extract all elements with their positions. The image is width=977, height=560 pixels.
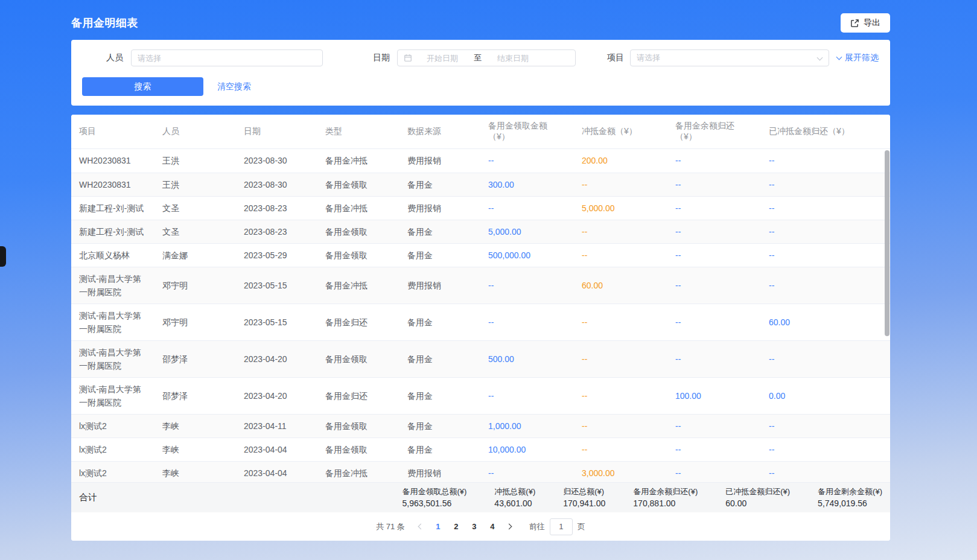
cell-date: 2023-08-30	[236, 173, 317, 196]
expand-filters-link[interactable]: 展开筛选	[837, 52, 879, 63]
cell-date: 2023-08-23	[236, 220, 317, 243]
previous-page-button[interactable]	[413, 518, 429, 535]
cell-offset_return: --	[761, 220, 890, 243]
table-row: WH20230831王洪2023-08-30备用金冲抵费用报销--200.00-…	[71, 149, 890, 173]
topbar: 备用金明细表 导出	[71, 0, 890, 40]
cell-person: 文圣	[154, 196, 236, 220]
cell-type: 备用金归还	[317, 304, 399, 340]
cell-type: 备用金冲抵	[317, 196, 399, 220]
cell-offset: --	[574, 304, 667, 340]
cell-date: 2023-05-15	[236, 267, 317, 304]
cell-project: lx测试2	[71, 438, 154, 461]
cell-offset_return: --	[761, 149, 890, 173]
end-date-input[interactable]	[485, 54, 541, 63]
cell-person: 李峡	[154, 414, 236, 438]
project-select[interactable]: 请选择	[630, 49, 829, 66]
table-scrollbar-thumb[interactable]	[885, 150, 889, 336]
cell-type: 备用金领取	[317, 220, 399, 243]
table-row: 测试-南昌大学第一附属医院邵梦泽2023-04-20备用金归还备用金----10…	[71, 377, 890, 414]
chevron-right-icon	[506, 524, 512, 530]
cell-balance_return: --	[667, 340, 761, 377]
summary-item-value: 170,881.00	[633, 498, 698, 509]
start-date-input[interactable]	[415, 54, 470, 63]
cell-date: 2023-04-20	[236, 340, 317, 377]
calendar-icon	[404, 54, 412, 62]
column-header-project: 项目	[71, 115, 154, 149]
cell-offset: 3,000.00	[574, 461, 667, 482]
cell-project: WH20230831	[71, 149, 154, 173]
date-range-picker[interactable]: 至	[397, 49, 576, 66]
cell-type: 备用金领取	[317, 243, 399, 267]
summary-item-value: 43,601.00	[494, 498, 535, 509]
table-row: lx测试2李峡2023-04-04备用金领取备用金10,000.00------	[71, 438, 890, 461]
summary-item-value: 5,963,501.56	[402, 498, 466, 509]
chevron-down-icon	[836, 54, 842, 60]
cell-source: 备用金	[399, 414, 480, 438]
page-button-1[interactable]: 1	[429, 518, 447, 535]
cell-received: --	[480, 377, 574, 414]
cell-offset_return: --	[761, 243, 890, 267]
page-button-3[interactable]: 3	[465, 518, 483, 535]
drawer-handle[interactable]	[0, 246, 6, 267]
column-header-balance-return: 备用金余额归还（¥）	[667, 115, 761, 149]
cell-balance_return: --	[667, 267, 761, 304]
summary-item: 冲抵总额(¥)43,601.00	[494, 486, 535, 509]
cell-type: 备用金冲抵	[317, 149, 399, 173]
cell-received: 5,000.00	[480, 220, 574, 243]
clear-search-button[interactable]: 清空搜索	[217, 81, 251, 92]
table-row: 新建工程-刘-测试文圣2023-08-23备用金冲抵费用报销--5,000.00…	[71, 196, 890, 220]
cell-offset_return: --	[761, 267, 890, 304]
cell-date: 2023-04-04	[236, 438, 317, 461]
cell-type: 备用金领取	[317, 414, 399, 438]
cell-source: 备用金	[399, 377, 480, 414]
goto-page-input[interactable]	[550, 518, 573, 535]
next-page-button[interactable]	[501, 518, 517, 535]
cell-source: 费用报销	[399, 196, 480, 220]
table-row: 测试-南昌大学第一附属医院邓宇明2023-05-15备用金冲抵费用报销--60.…	[71, 267, 890, 304]
cell-offset_return: --	[761, 438, 890, 461]
cell-type: 备用金领取	[317, 340, 399, 377]
filter-row: 人员 日期 至	[82, 49, 880, 66]
pagination-bar: 共 71 条 1234 前往 页	[71, 512, 890, 541]
table-row: 测试-南昌大学第一附属医院邵梦泽2023-04-20备用金领取备用金500.00…	[71, 340, 890, 377]
summary-item-label: 备用金剩余金额(¥)	[818, 486, 882, 497]
cell-project: 北京顺义杨林	[71, 243, 154, 267]
cell-offset_return: --	[761, 340, 890, 377]
cell-source: 备用金	[399, 304, 480, 340]
cell-offset: --	[574, 220, 667, 243]
cell-source: 费用报销	[399, 149, 480, 173]
cell-person: 邵梦泽	[154, 377, 236, 414]
page-button-4[interactable]: 4	[483, 518, 501, 535]
cell-person: 邓宇明	[154, 267, 236, 304]
summary-item-value: 5,749,019.56	[818, 498, 882, 509]
cell-received: --	[480, 196, 574, 220]
cell-offset: --	[574, 414, 667, 438]
summary-item: 已冲抵金额归还(¥)60.00	[725, 486, 790, 509]
column-header-received-amount: 备用金领取金额（¥）	[480, 115, 574, 149]
table-row: lx测试2李峡2023-04-04备用金冲抵费用报销--3,000.00----	[71, 461, 890, 482]
person-select-input[interactable]	[131, 49, 323, 66]
cell-date: 2023-08-23	[236, 196, 317, 220]
cell-type: 备用金归还	[317, 377, 399, 414]
column-header-offset-amount: 冲抵金额（¥）	[574, 115, 667, 149]
column-header-type: 类型	[317, 115, 399, 149]
table-header-table: 项目 人员 日期 类型 数据来源 备用金领取金额（¥） 冲抵金额（¥） 备用金余…	[71, 115, 890, 149]
cell-balance_return: --	[667, 438, 761, 461]
cell-offset: 60.00	[574, 267, 667, 304]
search-button[interactable]: 搜索	[82, 77, 203, 96]
chevron-left-icon	[418, 524, 424, 530]
export-icon	[850, 19, 859, 28]
cell-offset_return: 60.00	[761, 304, 890, 340]
cell-offset: 5,000.00	[574, 196, 667, 220]
cell-type: 备用金领取	[317, 173, 399, 196]
table-card: 项目 人员 日期 类型 数据来源 备用金领取金额（¥） 冲抵金额（¥） 备用金余…	[71, 115, 890, 541]
summary-item-label: 备用金余额归还(¥)	[633, 486, 698, 497]
goto-label: 前往	[529, 521, 545, 532]
cell-source: 费用报销	[399, 461, 480, 482]
date-filter-label: 日期	[373, 52, 390, 63]
table-row: 北京顺义杨林满金娜2023-05-29备用金领取备用金500,000.00---…	[71, 243, 890, 267]
export-button[interactable]: 导出	[841, 13, 890, 33]
cell-offset_return: --	[761, 196, 890, 220]
page-button-2[interactable]: 2	[447, 518, 465, 535]
summary-item-label: 已冲抵金额归还(¥)	[725, 486, 790, 497]
